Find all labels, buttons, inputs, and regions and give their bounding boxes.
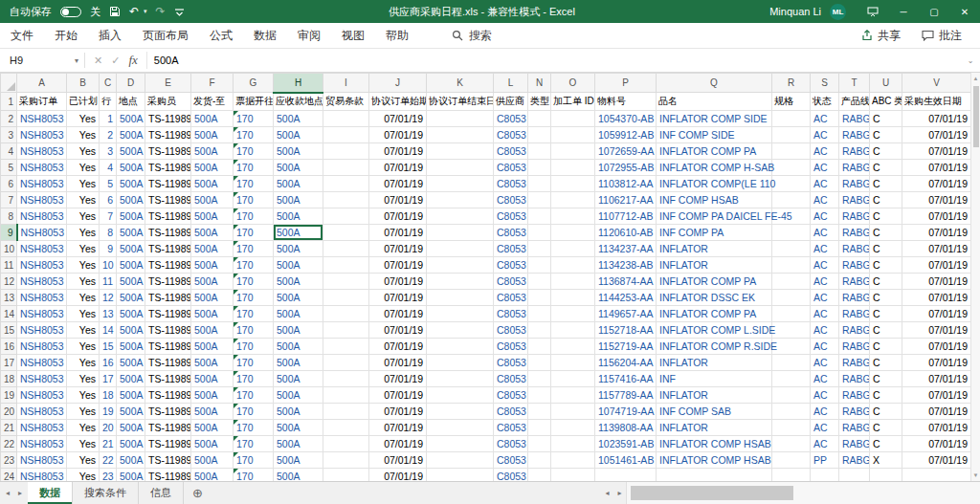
cell-R14[interactable] [772, 306, 811, 322]
row-header-7[interactable]: 7 [1, 192, 17, 208]
row-header-18[interactable]: 18 [1, 371, 17, 387]
cell-A2[interactable]: NSH8053 [17, 111, 67, 127]
cell-V10[interactable]: 07/01/19 [902, 241, 971, 257]
cell-A21[interactable]: NSH8053 [17, 420, 67, 436]
cell-C14[interactable]: 13 [100, 306, 117, 322]
cell-A8[interactable]: NSH8053 [17, 208, 67, 225]
cell-P12[interactable]: 1136874-AA [595, 274, 657, 290]
cell-T17[interactable]: RABG [839, 355, 870, 371]
cell-J21[interactable]: 07/01/19 [369, 420, 427, 436]
cell-N11[interactable] [528, 257, 551, 274]
cell-O1[interactable]: 加工单 ID [551, 93, 595, 111]
cell-R2[interactable] [772, 111, 811, 127]
cell-S12[interactable]: AC [811, 274, 839, 290]
cell-T1[interactable]: 产品线 [839, 93, 870, 111]
cell-V14[interactable]: 07/01/19 [902, 306, 971, 322]
cell-S22[interactable]: AC [811, 436, 839, 452]
cell-V15[interactable]: 07/01/19 [902, 322, 971, 339]
row-header-20[interactable]: 20 [1, 404, 17, 420]
col-header-P[interactable]: P [595, 74, 657, 93]
cell-K9[interactable] [427, 225, 494, 241]
cell-F18[interactable]: 500A [191, 371, 234, 387]
cell-K1[interactable]: 协议订单结束日 [427, 93, 494, 111]
cell-R20[interactable] [772, 404, 811, 420]
cell-J13[interactable]: 07/01/19 [369, 290, 427, 306]
cell-G22[interactable]: 170 [234, 436, 274, 452]
col-header-N[interactable]: N [528, 74, 551, 93]
cell-L5[interactable]: C8053 [494, 160, 528, 176]
row-header-24[interactable]: 24 [1, 469, 17, 482]
cell-P6[interactable]: 1103812-AA [595, 176, 657, 192]
prev-sheet-icon[interactable]: ◂ [6, 489, 10, 497]
cell-T12[interactable]: RABG [839, 274, 870, 290]
cell-Q15[interactable]: INFLATOR COMP L.SIDE [657, 322, 772, 339]
cell-C15[interactable]: 14 [100, 322, 117, 339]
share-button[interactable]: 共享 [851, 28, 911, 44]
cell-D1[interactable]: 地点 [117, 93, 145, 111]
cell-U20[interactable]: C [870, 404, 902, 420]
cell-F21[interactable]: 500A [191, 420, 234, 436]
cell-J11[interactable]: 07/01/19 [369, 257, 427, 274]
cell-T10[interactable]: RABG [839, 241, 870, 257]
col-header-T[interactable]: T [839, 74, 870, 93]
cell-G23[interactable]: 170 [234, 452, 274, 469]
cell-O15[interactable] [551, 322, 595, 339]
cell-U24[interactable] [870, 469, 902, 482]
cell-I24[interactable] [323, 469, 369, 482]
cell-E22[interactable]: TS-11989 [145, 436, 191, 452]
cell-S10[interactable]: AC [811, 241, 839, 257]
cell-P21[interactable]: 1139808-AA [595, 420, 657, 436]
col-header-G[interactable]: G [234, 74, 274, 93]
cell-L24[interactable]: C8053 [494, 469, 528, 482]
undo-dropdown-icon[interactable]: ▾ [144, 8, 147, 15]
cell-H2[interactable]: 500A [274, 111, 323, 127]
cell-K2[interactable] [427, 111, 494, 127]
cell-T23[interactable]: RABG [839, 452, 870, 469]
cell-H8[interactable]: 500A [274, 208, 323, 225]
sheet-tab-2[interactable]: 搜索条件 [73, 482, 139, 504]
cell-D17[interactable]: 500A [117, 355, 145, 371]
cell-O20[interactable] [551, 404, 595, 420]
cell-E19[interactable]: TS-11989 [145, 387, 191, 404]
cell-S24[interactable] [811, 469, 839, 482]
cell-E16[interactable]: TS-11989 [145, 339, 191, 355]
sheet-tab-1[interactable]: 数据 [28, 482, 73, 504]
cell-P1[interactable]: 物料号 [595, 93, 657, 111]
formula-bar-expand-icon[interactable]: ⌄ [961, 49, 980, 72]
cell-I21[interactable] [323, 420, 369, 436]
cell-L3[interactable]: C8053 [494, 127, 528, 143]
cell-O7[interactable] [551, 192, 595, 208]
cell-H22[interactable]: 500A [274, 436, 323, 452]
cell-L13[interactable]: C8053 [494, 290, 528, 306]
row-header-23[interactable]: 23 [1, 452, 17, 469]
cell-J22[interactable]: 07/01/19 [369, 436, 427, 452]
cell-O3[interactable] [551, 127, 595, 143]
cell-B19[interactable]: Yes [67, 387, 100, 404]
cell-F19[interactable]: 500A [191, 387, 234, 404]
cell-D7[interactable]: 500A [117, 192, 145, 208]
cell-P8[interactable]: 1107712-AB [595, 208, 657, 225]
cell-A6[interactable]: NSH8053 [17, 176, 67, 192]
cell-P22[interactable]: 1023591-AB [595, 436, 657, 452]
cell-L19[interactable]: C8053 [494, 387, 528, 404]
cell-I1[interactable]: 贸易条款 [323, 93, 369, 111]
cell-P9[interactable]: 1120610-AB [595, 225, 657, 241]
cell-V16[interactable]: 07/01/19 [902, 339, 971, 355]
ribbon-tab-data[interactable]: 数据 [243, 24, 287, 48]
cell-T7[interactable]: RABG [839, 192, 870, 208]
cell-L6[interactable]: C8053 [494, 176, 528, 192]
cell-F23[interactable]: 500A [191, 452, 234, 469]
horizontal-scroll-track[interactable] [626, 482, 980, 504]
user-name[interactable]: Minquan Li [769, 6, 821, 17]
cell-H21[interactable]: 500A [274, 420, 323, 436]
cell-T13[interactable]: RABG [839, 290, 870, 306]
cell-O9[interactable] [551, 225, 595, 241]
cell-B13[interactable]: Yes [67, 290, 100, 306]
cell-R10[interactable] [772, 241, 811, 257]
cell-O6[interactable] [551, 176, 595, 192]
cell-T15[interactable]: RABG [839, 322, 870, 339]
cell-C16[interactable]: 15 [100, 339, 117, 355]
scroll-up-icon[interactable]: ▲ [973, 73, 979, 84]
cell-K22[interactable] [427, 436, 494, 452]
cell-I13[interactable] [323, 290, 369, 306]
